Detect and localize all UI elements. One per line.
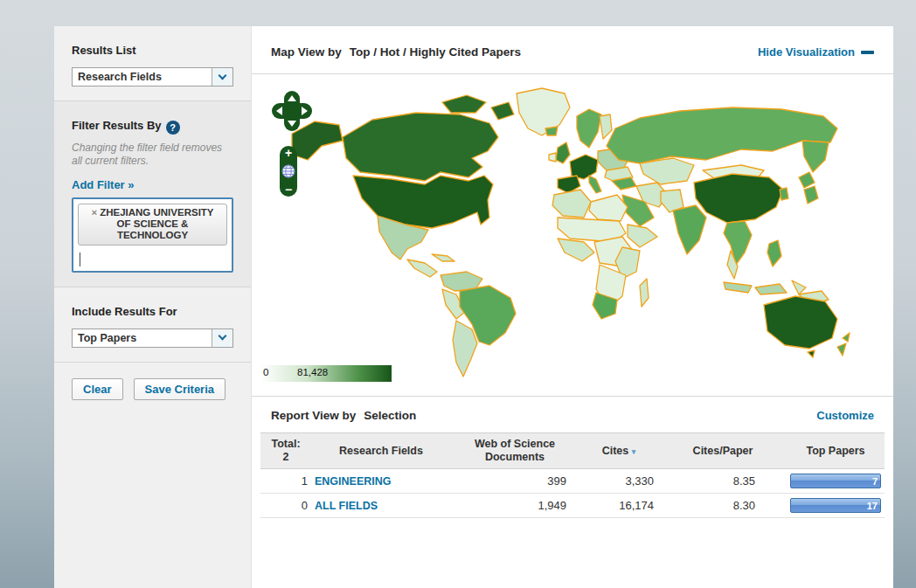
col-research-fields: Research Fields <box>311 433 451 469</box>
col-cites-sortable[interactable]: Cites ▾ <box>579 433 659 469</box>
help-icon[interactable]: ? <box>166 121 180 135</box>
top-papers-bar[interactable]: 7 <box>790 474 881 488</box>
main-panel: Map View byTop / Hot / Highly Cited Pape… <box>252 26 893 588</box>
sort-descending-icon: ▾ <box>632 447 636 456</box>
filter-note: Changing the filter field removes all cu… <box>72 142 233 168</box>
report-table: Total: 2 Research Fields Web of Science … <box>260 432 885 518</box>
sidebar-actions: Clear Save Criteria <box>54 363 251 416</box>
map-pan-control[interactable] <box>271 90 313 132</box>
cites-value: 16,174 <box>579 494 659 518</box>
field-link-engineering[interactable]: ENGINEERING <box>315 475 392 488</box>
col-wos-documents: Web of Science Documents <box>451 433 579 469</box>
filter-tag-label: ZHEJIANG UNIVERSITY OF SCIENCE & TECHNOL… <box>100 207 213 240</box>
legend-max-value: 81,428 <box>297 367 328 377</box>
filter-tags-box[interactable]: ×ZHEJIANG UNIVERSITY OF SCIENCE & TECHNO… <box>72 197 233 273</box>
include-results-selected-value: Top Papers <box>73 329 212 347</box>
map-color-legend: 0 81,428 <box>260 365 392 382</box>
results-list-heading: Results List <box>72 44 233 57</box>
report-view-header: Report View bySelection Customize <box>252 396 893 432</box>
cites-per-paper-value: 8.35 <box>659 469 787 494</box>
hide-visualization-link[interactable]: Hide Visualization <box>758 45 855 59</box>
table-header-row: Total: 2 Research Fields Web of Science … <box>260 433 885 469</box>
zoom-out-icon[interactable]: − <box>285 184 292 195</box>
filter-results-heading: Filter Results By <box>72 119 162 132</box>
report-view-title-prefix: Report View by <box>271 409 356 422</box>
report-view-title: Selection <box>364 409 416 422</box>
col-cites-per-paper: Cites/Paper <box>659 433 787 469</box>
row-rank: 0 <box>260 494 311 518</box>
add-filter-link[interactable]: Add Filter » <box>72 178 135 191</box>
filter-tag[interactable]: ×ZHEJIANG UNIVERSITY OF SCIENCE & TECHNO… <box>78 204 227 246</box>
save-criteria-button[interactable]: Save Criteria <box>134 378 226 400</box>
results-list-selected-value: Research Fields <box>73 68 212 86</box>
table-row: 0 ALL FIELDS 1,949 16,174 8.30 17 <box>260 494 885 518</box>
map-view-title: Top / Hot / Highly Cited Papers <box>350 45 521 59</box>
chevron-down-icon[interactable] <box>212 329 232 347</box>
filter-sidebar: Results List Research Fields Filter Resu… <box>54 26 252 588</box>
cites-per-paper-value: 8.30 <box>659 494 787 518</box>
field-link-all-fields[interactable]: ALL FIELDS <box>315 500 378 512</box>
col-top-papers: Top Papers <box>787 433 885 469</box>
collapse-minus-icon[interactable] <box>861 51 874 54</box>
customize-link[interactable]: Customize <box>816 409 874 422</box>
map-view-header: Map View byTop / Hot / Highly Cited Pape… <box>252 26 893 74</box>
wos-docs-value: 1,949 <box>451 494 579 518</box>
remove-tag-icon[interactable]: × <box>91 207 97 218</box>
map-zoom-control[interactable]: + − <box>280 146 297 197</box>
include-results-select[interactable]: Top Papers <box>72 329 233 348</box>
wos-docs-value: 399 <box>451 469 579 494</box>
app-window: Results List Research Fields Filter Resu… <box>54 26 893 588</box>
legend-min-value: 0 <box>263 367 268 377</box>
world-map-visualization[interactable]: + − 0 81,428 <box>252 74 893 396</box>
top-papers-bar[interactable]: 17 <box>790 498 881 513</box>
map-view-title-prefix: Map View by <box>271 45 342 59</box>
globe-icon[interactable] <box>281 164 295 178</box>
text-cursor <box>80 252 80 266</box>
include-results-section: Include Results For Top Papers <box>54 287 251 363</box>
results-list-section: Results List Research Fields <box>54 26 251 101</box>
zoom-in-icon[interactable]: + <box>285 148 292 158</box>
clear-button[interactable]: Clear <box>72 378 123 400</box>
chevron-down-icon[interactable] <box>212 68 232 86</box>
results-list-select[interactable]: Research Fields <box>72 67 233 86</box>
filter-results-section: Filter Results By? Changing the filter f… <box>54 101 251 287</box>
choropleth-world-map[interactable] <box>269 80 860 381</box>
col-total: Total: 2 <box>260 433 311 469</box>
table-row: 1 ENGINEERING 399 3,330 8.35 7 <box>260 469 885 494</box>
cites-value: 3,330 <box>579 469 659 494</box>
include-results-heading: Include Results For <box>72 305 233 318</box>
row-rank: 1 <box>260 469 311 494</box>
